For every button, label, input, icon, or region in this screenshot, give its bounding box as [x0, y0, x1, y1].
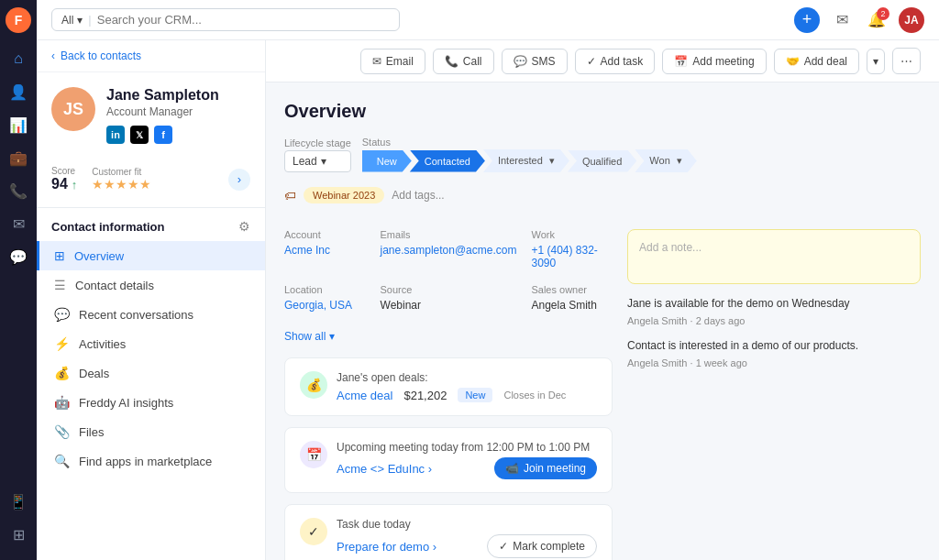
overview-title: Overview	[284, 101, 921, 122]
stage-won[interactable]: Won ▾	[635, 149, 696, 172]
back-to-contacts-link[interactable]: ‹ Back to contacts	[37, 40, 265, 72]
tags-row: 🏷 Webinar 2023 Add tags...	[284, 180, 921, 211]
detail-location: Location Georgia, USA	[284, 284, 366, 312]
note-item-1: Jane is available for the demo on Wednes…	[627, 295, 921, 326]
task-card: ✓ Task due today Prepare for demo ›	[284, 504, 613, 560]
deal-btn-icon: 🤝	[786, 55, 800, 68]
social-icons: in 𝕏 f	[106, 126, 219, 144]
detail-work: Work +1 (404) 832-3090	[531, 229, 613, 269]
stage-bar: New Contacted Interested ▾	[362, 149, 921, 172]
deal-card-meta: Acme deal $21,202 New Closes in Dec	[337, 388, 597, 402]
detail-source: Source Webinar	[381, 284, 517, 312]
add-button[interactable]: +	[794, 7, 820, 33]
add-task-button[interactable]: ✓ Add task	[575, 49, 656, 74]
note-author-1: Angela Smith	[627, 315, 687, 326]
email-value[interactable]: jane.sampleton@acme.com	[381, 244, 517, 257]
mark-complete-button[interactable]: ✓ Mark complete	[487, 534, 597, 558]
deal-card-header: 💰 Jane's open deals: Acme deal $21,202 N…	[300, 371, 597, 402]
nav-deals-icon[interactable]: 💼	[4, 143, 33, 172]
twitter-x-icon[interactable]: 𝕏	[130, 126, 149, 144]
meeting-name-text: Acme <> EduInc	[337, 462, 425, 476]
meeting-card-row: Acme <> EduInc › 📹 Join meeting	[337, 457, 597, 479]
task-name-text: Prepare for demo	[337, 540, 429, 554]
mail-icon[interactable]: ✉	[829, 7, 855, 33]
sidebar-item-deals[interactable]: 💰 Deals	[37, 358, 265, 388]
stage-interested[interactable]: Interested ▾	[483, 149, 569, 172]
add-deal-dropdown[interactable]: ▾	[867, 49, 885, 74]
customer-fit-label: Customer fit	[92, 167, 151, 177]
overview-nav-icon: ⊞	[54, 248, 65, 263]
recent-conversations-label: Recent conversations	[79, 308, 193, 322]
more-options-button[interactable]: ⋯	[892, 48, 921, 74]
sidebar-item-contact-details[interactable]: ☰ Contact details	[37, 270, 265, 300]
add-deal-btn-label: Add deal	[804, 55, 847, 68]
meeting-card-content: Upcoming meeting today from 12:00 PM to …	[337, 441, 597, 479]
lead-chevron-icon: ▾	[321, 155, 326, 168]
nav-phone[interactable]: 📞	[4, 176, 33, 205]
score-change-icon: ↑	[72, 178, 78, 192]
nav-phone-bottom[interactable]: 📱	[4, 487, 33, 516]
sidebar-nav: ⊞ Overview ☰ Contact details 💬 Recent co…	[37, 241, 265, 476]
activities-icon: ⚡	[54, 336, 70, 351]
location-value[interactable]: Georgia, USA	[284, 299, 366, 312]
email-btn-label: Email	[386, 55, 414, 68]
chevron-down-icon: ▾	[77, 14, 83, 27]
join-meeting-button[interactable]: 📹 Join meeting	[494, 457, 597, 479]
overview-nav-label: Overview	[74, 249, 124, 263]
app-logo[interactable]: F	[6, 7, 31, 33]
notes-panel: Add a note... Jane is available for the …	[627, 229, 921, 560]
search-all-dropdown[interactable]: All ▾	[61, 14, 83, 27]
stage-new[interactable]: New	[362, 150, 412, 172]
won-chevron: ▾	[677, 155, 682, 166]
sidebar-item-freddy-ai-insights[interactable]: 🤖 Freddy AI insights	[37, 388, 265, 417]
meeting-name-link[interactable]: Acme <> EduInc ›	[337, 462, 432, 476]
detail-emails: Emails jane.sampleton@acme.com	[381, 229, 517, 269]
task-chevron: ›	[433, 540, 436, 554]
user-avatar[interactable]: JA	[899, 7, 924, 33]
nav-chat[interactable]: 💬	[4, 242, 33, 271]
nav-home[interactable]: ⌂	[4, 44, 33, 73]
account-value[interactable]: Acme Inc	[284, 244, 366, 257]
lead-value: Lead	[293, 155, 317, 168]
nav-email-nav[interactable]: ✉	[4, 209, 33, 238]
facebook-icon[interactable]: f	[154, 126, 172, 144]
stage-qualified[interactable]: Qualified	[568, 150, 636, 172]
webinar-2023-tag[interactable]: Webinar 2023	[304, 187, 384, 203]
email-button[interactable]: ✉ Email	[360, 49, 425, 74]
score-section: Score 94 ↑ Customer fit ★★★★★ ›	[37, 159, 265, 203]
sidebar-item-files[interactable]: 📎 Files	[37, 417, 265, 446]
overview-panel: Overview Lifecycle stage Lead ▾ Status	[266, 82, 939, 560]
files-label: Files	[79, 425, 104, 439]
task-card-icon: ✓	[300, 518, 327, 545]
work-phone-value[interactable]: +1 (404) 832-3090	[531, 244, 613, 269]
lead-dropdown[interactable]: Lead ▾	[284, 150, 351, 172]
overview-bottom: Account Acme Inc Emails jane.sampleton@a…	[284, 229, 921, 560]
add-meeting-button[interactable]: 📅 Add meeting	[662, 49, 766, 74]
bell-icon[interactable]: 🔔 2	[864, 7, 889, 33]
task-name-link[interactable]: Prepare for demo ›	[337, 540, 436, 554]
add-tags-button[interactable]: Add tags...	[392, 189, 444, 202]
sidebar-item-overview[interactable]: ⊞ Overview	[37, 241, 265, 270]
add-deal-button[interactable]: 🤝 Add deal	[774, 49, 859, 74]
note-text-1: Jane is available for the demo on Wednes…	[627, 295, 921, 312]
nav-reports[interactable]: 📊	[4, 110, 33, 139]
contact-title: Account Manager	[106, 105, 219, 118]
deal-name-link[interactable]: Acme deal	[337, 389, 392, 402]
sidebar-item-recent-conversations[interactable]: 💬 Recent conversations	[37, 300, 265, 329]
note-placeholder: Add a note...	[639, 241, 701, 254]
call-button[interactable]: 📞 Call	[433, 49, 494, 74]
linkedin-icon[interactable]: in	[106, 126, 125, 144]
note-time-1: 2 days ago	[696, 315, 746, 326]
add-note-input[interactable]: Add a note...	[627, 229, 921, 284]
stage-contacted[interactable]: Contacted	[410, 150, 485, 172]
score-arrow-button[interactable]: ›	[228, 169, 250, 191]
nav-contacts[interactable]: 👤	[4, 77, 33, 106]
search-bar: All ▾ |	[51, 8, 400, 31]
show-all-link[interactable]: Show all ▾	[284, 330, 613, 343]
sidebar-item-find-apps[interactable]: 🔍 Find apps in marketplace	[37, 446, 265, 476]
settings-icon[interactable]: ⚙	[238, 219, 250, 234]
search-input[interactable]	[97, 13, 390, 27]
sidebar-item-activities[interactable]: ⚡ Activities	[37, 329, 265, 358]
sms-button[interactable]: 💬 SMS	[502, 49, 568, 74]
nav-grid[interactable]: ⊞	[4, 520, 33, 549]
